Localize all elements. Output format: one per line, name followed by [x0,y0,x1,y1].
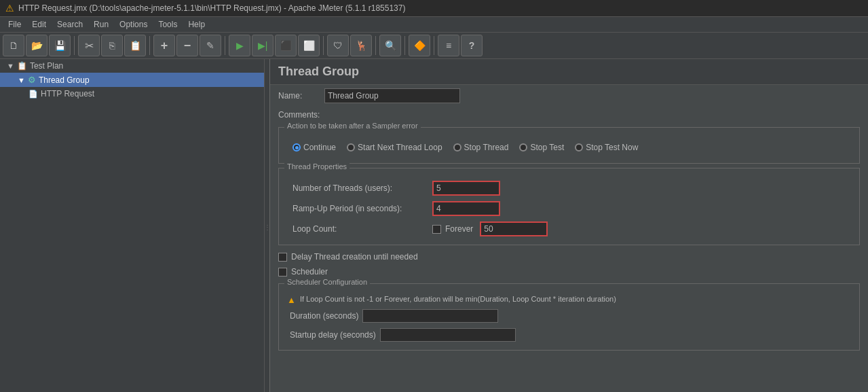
duration-label: Duration (seconds) [290,311,358,321]
remove-button[interactable]: − [176,35,198,56]
start-button[interactable]: ▶ [229,35,250,56]
clear-button[interactable]: 🛡 [327,35,349,56]
sidebar-item-httprequest[interactable]: 📄 HTTP Request [0,87,264,101]
comments-label: Comments: [278,110,320,120]
radio-stop-thread[interactable]: Stop Thread [453,143,509,152]
open-button[interactable]: 📂 [26,35,48,56]
clear-all-button[interactable]: 🦌 [350,35,372,56]
name-row: Name: [270,85,868,107]
radio-stop-test-now-indicator [575,143,583,152]
help-button[interactable]: ? [461,35,483,56]
shutdown-button[interactable]: ⬜ [298,35,320,56]
num-threads-input[interactable] [432,181,500,196]
httprequest-label: HTTP Request [41,89,94,99]
thread-props-section: Thread Properties Number of Threads (use… [278,168,860,245]
menu-tools[interactable]: Tools [153,18,183,31]
loop-count-label: Loop Count: [293,224,428,234]
threadgroup-label: Thread Group [39,75,90,85]
radio-stop-test-now[interactable]: Stop Test Now [575,143,638,152]
toolbar-sep-6 [404,36,405,55]
toolbar-sep-2 [149,36,150,55]
stop-button[interactable]: ⬛ [275,35,297,56]
radio-stop-test-indicator [519,143,527,152]
radio-continue[interactable]: Continue [293,143,336,152]
loop-count-input[interactable] [480,221,548,236]
copy-button[interactable]: ⎘ [101,35,123,56]
menu-help[interactable]: Help [183,18,210,31]
error-radio-group: Continue Start Next Thread Loop Stop Thr… [284,137,854,158]
ramp-up-input[interactable] [432,201,500,216]
toolbar-sep-5 [375,36,376,55]
tree-expand-icon-2: ▼ [18,76,25,84]
startup-delay-input[interactable] [380,328,516,342]
delay-thread-label: Delay Thread creation until needed [291,252,418,262]
duration-row: Duration (seconds) [284,306,854,325]
startup-delay-label: Startup delay (seconds) [290,330,376,340]
error-action-title: Action to be taken after a Sampler error [284,122,421,130]
scheduler-config-content: ▲ If Loop Count is not -1 or Forever, du… [279,284,859,350]
scheduler-config-section: Scheduler Configuration ▲ If Loop Count … [278,283,860,351]
error-action-content: Continue Start Next Thread Loop Stop Thr… [279,128,859,163]
scheduler-warning: ▲ If Loop Count is not -1 or Forever, du… [284,293,854,306]
forever-checkbox[interactable] [432,225,441,234]
delay-thread-checkbox[interactable] [278,253,287,262]
scheduler-label: Scheduler [291,267,328,277]
panel-resize-handle[interactable]: ⋮ [265,59,270,392]
menu-file[interactable]: File [3,18,26,31]
radio-stop-thread-indicator [453,143,461,152]
menu-bar: File Edit Search Run Options Tools Help [0,17,868,33]
panel-title: Thread Group [270,59,868,85]
num-threads-row: Number of Threads (users): [284,178,854,198]
toolbar-sep-1 [74,36,75,55]
start-no-pause-button[interactable]: ▶| [252,35,273,56]
add-button[interactable]: + [153,35,175,56]
content-panel: Thread Group Name: Comments: Action to b… [270,59,868,392]
comments-row: Comments: [270,107,868,123]
sidebar-item-threadgroup[interactable]: ▼ ⚙ Thread Group [0,73,264,87]
error-action-section: Action to be taken after a Sampler error… [278,127,860,164]
testplan-label: Test Plan [30,61,63,71]
ramp-up-row: Ramp-Up Period (in seconds): [284,198,854,219]
threadgroup-icon: ⚙ [28,75,36,85]
search-button[interactable]: 🔍 [379,35,401,56]
new-button[interactable]: 🗋 [3,35,24,56]
name-label: Name: [278,91,319,101]
num-threads-label: Number of Threads (users): [293,183,428,193]
menu-search[interactable]: Search [52,18,88,31]
paste-button[interactable]: 📋 [124,35,146,56]
radio-stop-test-label: Stop Test [530,143,564,152]
toolbar-sep-4 [323,36,324,55]
menu-options[interactable]: Options [114,18,153,31]
scheduler-warning-text: If Loop Count is not -1 or Forever, dura… [300,295,616,303]
loop-count-row: Loop Count: Forever [284,219,854,239]
warning-triangle-icon: ▲ [287,295,296,305]
menu-run[interactable]: Run [88,18,114,31]
delay-thread-row: Delay Thread creation until needed [270,249,868,264]
toolbar: 🗋 📂 💾 ✂ ⎘ 📋 + − ✎ ▶ ▶| ⬛ ⬜ 🛡 🦌 🔍 🔶 ≡ ? [0,33,868,59]
name-input[interactable] [324,88,460,103]
scheduler-row: Scheduler [270,264,868,279]
save-button[interactable]: 💾 [49,35,71,56]
duration-input[interactable] [362,309,498,323]
template-button[interactable]: ≡ [438,35,459,56]
radio-stop-test[interactable]: Stop Test [519,143,564,152]
ramp-up-label: Ramp-Up Period (in seconds): [293,204,428,213]
sidebar: ▼ 📋 Test Plan ▼ ⚙ Thread Group 📄 HTTP Re… [0,59,265,392]
radio-start-next-indicator [347,143,355,152]
remote-button[interactable]: 🔶 [409,35,430,56]
startup-delay-row: Startup delay (seconds) [284,325,854,344]
window-title: HTTP Request.jmx (D:\tools\apache-jmeter… [18,3,405,13]
toolbar-sep-3 [225,36,225,55]
scheduler-checkbox[interactable] [278,268,287,277]
toolbar-sep-7 [434,36,434,55]
sidebar-item-testplan[interactable]: ▼ 📋 Test Plan [0,59,264,73]
menu-edit[interactable]: Edit [26,18,52,31]
radio-start-next-thread-loop[interactable]: Start Next Thread Loop [347,143,442,152]
thread-props-title: Thread Properties [284,162,350,171]
radio-stop-thread-label: Stop Thread [464,143,509,152]
radio-continue-label: Continue [303,143,336,152]
cut-button[interactable]: ✂ [78,35,100,56]
edit-button[interactable]: ✎ [200,35,221,56]
title-bar: ⚠ HTTP Request.jmx (D:\tools\apache-jmet… [0,0,868,17]
file-icon: 📄 [29,90,38,99]
